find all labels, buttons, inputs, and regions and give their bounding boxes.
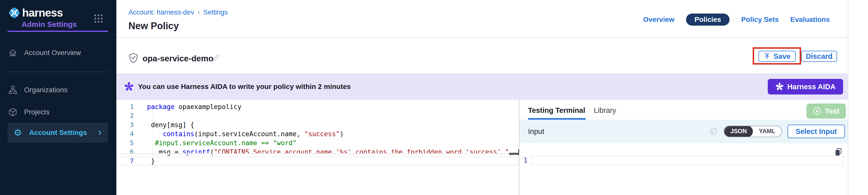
editor-hscrollbar-track	[116, 153, 519, 154]
code-text: msg = sprintf("CONTAINS Service account …	[147, 148, 519, 157]
line-number: 4	[116, 129, 134, 138]
code-text: package opaexamplepolicy	[147, 102, 242, 111]
sidebar: harness Admin Settings Account OverviewO…	[0, 0, 116, 195]
code-line-1[interactable]: 1package opaexamplepolicy	[116, 102, 519, 111]
format-option-json[interactable]: JSON	[724, 126, 753, 137]
main-content: Account: harness-dev › Settings New Poli…	[116, 0, 848, 195]
editor-hscrollbar-thumb[interactable]	[509, 153, 519, 155]
tab-policies[interactable]: Policies	[686, 13, 730, 26]
home-icon	[7, 48, 18, 58]
sidebar-item-label: Account Settings	[29, 129, 87, 137]
terminal-tab-library[interactable]: Library	[594, 106, 616, 115]
right-margin	[848, 0, 868, 195]
save-button[interactable]: Save	[758, 51, 796, 62]
policy-code-editor[interactable]: 1package opaexamplepolicy23 deny[msg] {4…	[116, 100, 519, 195]
code-lines: 1package opaexamplepolicy23 deny[msg] {4…	[116, 102, 519, 166]
page-header: Account: harness-dev › Settings New Poli…	[116, 0, 848, 38]
line-number: 3	[116, 120, 134, 129]
breadcrumb-separator-icon: ›	[197, 8, 200, 16]
app-grid-icon[interactable]	[93, 13, 103, 24]
line-number: 1	[116, 102, 134, 111]
input-controls: JSONYAML Select Input	[709, 125, 845, 138]
sidebar-item-account-overview[interactable]: Account Overview	[7, 46, 108, 60]
sidebar-divider	[7, 72, 108, 72]
org-icon	[7, 85, 18, 95]
upload-icon	[764, 53, 771, 60]
logo[interactable]: harness	[8, 6, 63, 19]
code-line-3[interactable]: 3 deny[msg] {	[116, 120, 519, 129]
sidebar-item-projects[interactable]: Projects	[7, 105, 108, 119]
line-number: 6	[116, 148, 134, 157]
code-line-4[interactable]: 4 contains(input.serviceAccount.name, "s…	[116, 129, 519, 138]
breadcrumb-settings-link[interactable]: Settings	[203, 8, 228, 16]
line-number: 5	[116, 138, 134, 148]
policy-bar: opa-service-demo Save Discard	[116, 38, 848, 74]
input-label: Input	[528, 127, 544, 136]
code-line-2[interactable]: 2	[116, 111, 519, 120]
play-icon	[813, 107, 821, 115]
chevron-right-icon	[96, 129, 103, 136]
aida-flower-icon	[124, 82, 134, 92]
tab-evaluations[interactable]: Evaluations	[790, 15, 830, 24]
sidebar-accent-rule	[7, 31, 108, 32]
terminal-tabs: Test Testing TerminalLibrary	[520, 100, 848, 120]
line-number: 1	[522, 156, 527, 165]
input-row: Input JSONYAML Select Input	[520, 120, 848, 143]
gear-icon: ⚙	[12, 128, 23, 137]
test-button-label: Test	[825, 107, 840, 115]
sidebar-item-organizations[interactable]: Organizations	[7, 83, 108, 97]
format-toggle[interactable]: JSONYAML	[724, 126, 782, 137]
discard-button[interactable]: Discard	[801, 51, 837, 62]
sidebar-item-label: Projects	[24, 108, 50, 116]
sidebar-item-account-settings[interactable]: ⚙Account Settings	[7, 123, 108, 143]
page-title: New Policy	[128, 21, 179, 31]
aida-flower-icon	[775, 83, 784, 91]
history-icon	[709, 127, 718, 136]
workspace: 1package opaexamplepolicy23 deny[msg] {4…	[116, 100, 848, 195]
tab-policy-sets[interactable]: Policy Sets	[741, 15, 778, 24]
tab-overview[interactable]: Overview	[643, 15, 675, 24]
harness-logo-icon	[8, 6, 21, 19]
copy-icon[interactable]	[834, 148, 842, 156]
aida-banner: You can use Harness AIDA to write your p…	[116, 74, 848, 100]
cube-icon	[7, 107, 18, 117]
code-line-5[interactable]: 5 #input.serviceAccount.name == "word"	[116, 138, 519, 148]
terminal-tab-testing-terminal[interactable]: Testing Terminal	[528, 106, 585, 115]
code-text: contains(input.serviceAccount.name, "suc…	[147, 129, 344, 138]
harness-aida-button-label: Harness AIDA	[787, 83, 836, 91]
code-text: }	[147, 157, 155, 166]
input-editor[interactable]: 1	[520, 143, 848, 195]
format-option-yaml[interactable]: YAML	[753, 126, 781, 137]
testing-terminal-panel: Test Testing TerminalLibrary Input JSONY…	[519, 100, 848, 195]
edit-pencil-icon[interactable]	[211, 53, 220, 62]
top-tabs: OverviewPoliciesPolicy SetsEvaluations	[643, 13, 830, 26]
test-button[interactable]: Test	[806, 103, 846, 119]
code-text: deny[msg] {	[147, 120, 194, 129]
line-number: 2	[116, 111, 134, 120]
discard-button-label: Discard	[806, 52, 832, 61]
aida-banner-text: You can use Harness AIDA to write your p…	[138, 83, 351, 91]
input-current-line-box[interactable]	[531, 156, 844, 165]
select-input-button[interactable]: Select Input	[787, 125, 845, 138]
input-line-1[interactable]: 1	[520, 156, 848, 165]
code-line-6[interactable]: 6 msg = sprintf("CONTAINS Service accoun…	[116, 148, 519, 157]
select-input-label: Select Input	[796, 127, 837, 135]
breadcrumb-account-link[interactable]: Account: harness-dev	[128, 8, 194, 16]
policy-name: opa-service-demo	[143, 54, 213, 63]
sidebar-item-label: Organizations	[24, 86, 68, 94]
logo-title: harness	[22, 6, 63, 19]
code-line-7[interactable]: 7 }	[116, 157, 519, 166]
save-button-label: Save	[774, 52, 790, 61]
harness-aida-button[interactable]: Harness AIDA	[768, 79, 843, 95]
line-number: 7	[116, 157, 134, 166]
breadcrumb: Account: harness-dev › Settings	[128, 8, 228, 16]
policy-shield-icon	[129, 53, 138, 63]
code-text: #input.serviceAccount.name == "word"	[147, 138, 297, 148]
sidebar-item-label: Account Overview	[24, 49, 81, 57]
logo-subtitle: Admin Settings	[22, 20, 77, 29]
